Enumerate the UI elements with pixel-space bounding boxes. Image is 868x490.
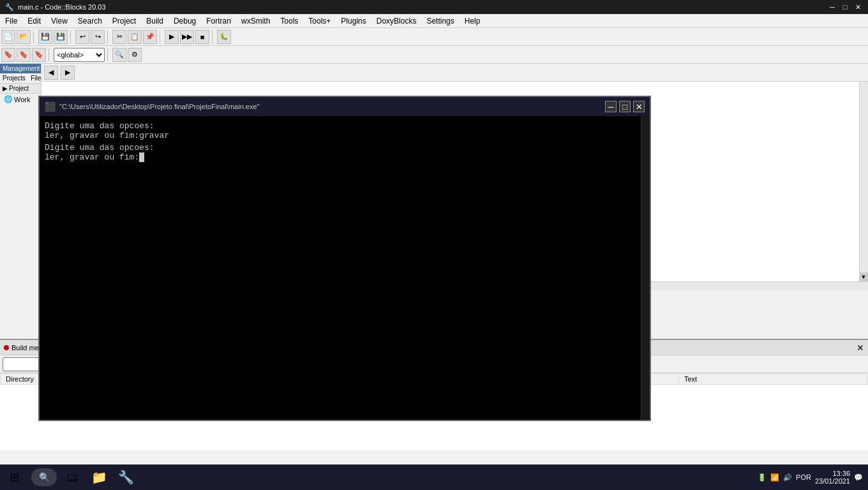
windows-icon: ⊞: [10, 470, 19, 484]
battery-icon: 🔋: [758, 473, 767, 482]
explorer-icon: 🗂: [66, 470, 79, 485]
build-btn[interactable]: ▶: [165, 30, 179, 44]
titlebar-controls: ─ □ ✕: [827, 2, 863, 12]
console-line4: ler, gravar ou fim:: [45, 152, 645, 162]
stop-btn[interactable]: ■: [195, 30, 209, 44]
taskbar-right: 🔋 📶 🔊 POR 13:36 23/01/2021 💬: [758, 470, 868, 485]
console-titlebar[interactable]: ⬛ "C:\Users\Utilizador\Desktop\Projeto f…: [40, 97, 650, 116]
codeblocks-icon: 🔧: [118, 470, 134, 485]
projects-tab[interactable]: Projects: [0, 73, 28, 84]
sep5: [212, 31, 214, 43]
maximize-button[interactable]: □: [840, 2, 850, 12]
sep4: [160, 31, 162, 43]
save-all-btn[interactable]: 💾: [54, 30, 68, 44]
menu-item-project[interactable]: Project: [107, 15, 141, 27]
menu-item-view[interactable]: View: [46, 15, 73, 27]
toolbar2: 🔖 🔖 🔖 <global> 🔍 ⚙: [0, 46, 868, 64]
project-item[interactable]: ▶ Project: [0, 84, 41, 94]
settings-sym-btn[interactable]: ⚙: [128, 48, 142, 62]
console-body: Digite uma das opcoes: ler, gravar ou fi…: [40, 116, 650, 420]
project-arrow: ▶: [3, 85, 8, 92]
menu-item-build[interactable]: Build: [141, 15, 168, 27]
menu-item-settings[interactable]: Settings: [421, 15, 459, 27]
folder-icon: 📁: [91, 470, 107, 485]
console-close-btn[interactable]: ✕: [633, 101, 645, 112]
clock-time: 13:36: [815, 470, 850, 477]
undo-btn[interactable]: ↩: [75, 30, 89, 44]
titlebar: 🔧 main.c - Code::Blocks 20.03 ─ □ ✕: [0, 0, 868, 14]
editor-scrollbar-v[interactable]: [859, 82, 868, 290]
debug-btn[interactable]: 🐛: [217, 30, 231, 44]
menu-item-tools+[interactable]: Tools+: [303, 15, 336, 27]
tsep2: [107, 48, 110, 61]
menu-item-debug[interactable]: Debug: [168, 15, 201, 27]
app-title: main.c - Code::Blocks 20.03: [18, 3, 106, 11]
forward-btn[interactable]: ▶: [61, 66, 75, 80]
search-sym-btn[interactable]: 🔍: [112, 48, 126, 62]
close-button[interactable]: ✕: [853, 2, 863, 12]
menu-item-fortran[interactable]: Fortran: [201, 15, 236, 27]
notifications-btn[interactable]: 💬: [854, 473, 863, 482]
bookmark2-btn[interactable]: 🔖: [17, 48, 31, 62]
bookmark3-btn[interactable]: 🔖: [32, 48, 46, 62]
toolbar1: 📄 📂 💾 💾 ↩ ↪ ✂ 📋 📌 ▶ ▶▶ ■ 🐛: [0, 28, 868, 46]
sep3: [107, 31, 110, 43]
wifi-icon: 📶: [770, 473, 779, 482]
taskbar-app-codeblocks[interactable]: 🔧: [113, 464, 138, 490]
copy-btn[interactable]: 📋: [128, 30, 142, 44]
run-btn[interactable]: ▶▶: [180, 30, 194, 44]
open-file-btn[interactable]: 📂: [17, 30, 31, 44]
sep1: [33, 31, 36, 43]
bookmark1-btn[interactable]: 🔖: [1, 48, 15, 62]
close-panel-btn[interactable]: ✕: [853, 343, 868, 353]
console-scrollbar-v[interactable]: [641, 116, 650, 420]
taskbar-app-explorer[interactable]: 🗂: [59, 464, 85, 490]
console-minimize-btn[interactable]: ─: [605, 101, 617, 112]
start-button[interactable]: ⊞: [0, 464, 29, 490]
console-maximize-btn[interactable]: □: [619, 101, 631, 112]
console-line2: ler, gravar ou fim:gravar: [45, 131, 645, 140]
redo-btn[interactable]: ↪: [91, 30, 105, 44]
menu-item-edit[interactable]: Edit: [22, 15, 46, 27]
back-btn[interactable]: ◀: [44, 66, 58, 80]
menu-item-help[interactable]: Help: [460, 15, 486, 27]
tsep1: [49, 48, 51, 61]
taskbar-search[interactable]: 🔍: [31, 468, 57, 486]
menu-item-plugins[interactable]: Plugins: [336, 15, 371, 27]
work-item[interactable]: 🌐 Work: [0, 94, 41, 105]
cut-btn[interactable]: ✂: [112, 30, 126, 44]
project-text: Project: [9, 85, 29, 92]
paste-btn[interactable]: 📌: [143, 30, 157, 44]
left-panel: Management Projects Files ▶ Project 🌐 Wo…: [0, 64, 41, 290]
clock-date: 23/01/2021: [815, 477, 850, 485]
main-area: Management Projects Files ▶ Project 🌐 Wo…: [0, 64, 868, 290]
work-text: Work: [14, 96, 30, 103]
management-label: Management: [0, 64, 41, 73]
save-btn[interactable]: 💾: [38, 30, 52, 44]
taskbar-app-folder[interactable]: 📁: [86, 464, 112, 490]
scroll-corner: ▼: [859, 272, 868, 281]
console-title-label: "C:\Users\Utilizador\Desktop\Projeto fin…: [59, 103, 260, 110]
app-icon: 🔧: [5, 3, 14, 11]
titlebar-title: 🔧 main.c - Code::Blocks 20.03: [5, 3, 106, 11]
console-icon: ⬛: [45, 101, 56, 112]
close-bottom-panel[interactable]: ✕: [853, 340, 868, 355]
menu-item-file[interactable]: File: [0, 15, 22, 27]
new-file-btn[interactable]: 📄: [1, 30, 15, 44]
tab-dot: [4, 345, 9, 350]
left-panel-tabs: Projects Files: [0, 73, 41, 84]
console-line3: Digite uma das opcoes:: [45, 143, 645, 152]
minimize-button[interactable]: ─: [827, 2, 837, 12]
taskbar-search-icon: 🔍: [39, 472, 50, 482]
sep2: [70, 31, 73, 43]
volume-icon: 🔊: [783, 473, 792, 482]
menu-item-search[interactable]: Search: [73, 15, 107, 27]
menu-item-wxsmith[interactable]: wxSmith: [236, 15, 275, 27]
work-icon: 🌐: [4, 95, 13, 103]
menu-item-doxyblocks[interactable]: DoxyBlocks: [371, 15, 422, 27]
global-selector[interactable]: <global>: [54, 48, 105, 62]
search-toolbar: ◀ ▶: [41, 64, 868, 82]
console-titlebar-controls: ─ □ ✕: [605, 101, 645, 112]
menu-item-tools[interactable]: Tools: [275, 15, 303, 27]
menubar: FileEditViewSearchProjectBuildDebugFortr…: [0, 14, 868, 28]
